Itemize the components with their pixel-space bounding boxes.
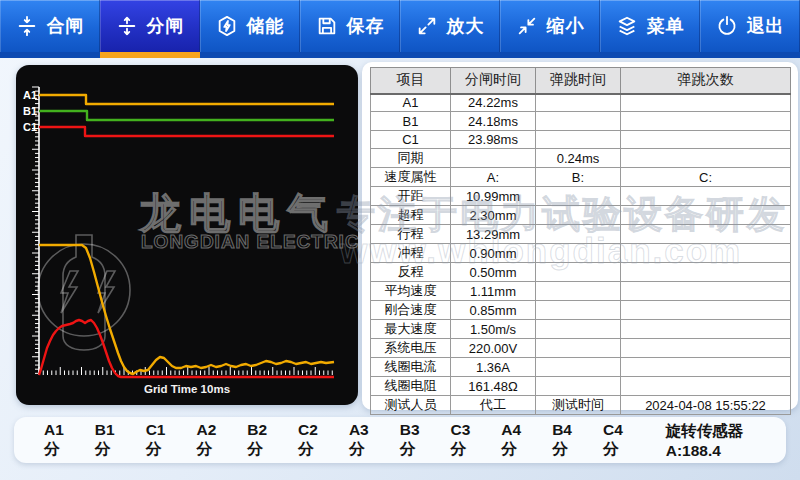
table-cell: 2.30mm	[451, 206, 536, 225]
phase-status-item: C2 分	[298, 421, 333, 460]
tab-energy-storage[interactable]: 储能	[200, 0, 300, 58]
table-body: A124.22msB124.18msC123.98ms同期0.24ms速度属性A…	[371, 94, 791, 415]
coil-current-curve	[39, 320, 334, 377]
table-cell: 行程	[371, 225, 451, 244]
table-cell	[536, 94, 621, 112]
table-cell	[621, 206, 791, 225]
table-cell	[621, 149, 791, 168]
table-cell: 线圈电流	[371, 358, 451, 377]
table-cell	[621, 94, 791, 112]
C1-contact	[39, 127, 334, 136]
table-row: 速度属性A:B:C:	[371, 168, 791, 187]
open-switch-icon	[116, 15, 138, 37]
tab-save[interactable]: 保存	[300, 0, 400, 58]
table-cell: 同期	[371, 149, 451, 168]
zoom-out-icon	[516, 15, 538, 37]
rotation-sensor-reading: 旋转传感器 A:188.4	[666, 421, 786, 460]
table-cell	[621, 263, 791, 282]
table-row: 测试人员代工测试时间2024-04-08 15:55:22	[371, 396, 791, 415]
A1-contact	[39, 95, 334, 104]
waveform-panel: 龙电电气 LONGDIAN ELECTRIC A1 B1 C1 Grid Tim…	[16, 65, 358, 405]
table-cell: 23.98ms	[451, 130, 536, 148]
table-cell	[536, 187, 621, 206]
table-cell: 24.22ms	[451, 94, 536, 112]
table-header-cell: 分闸时间	[451, 68, 536, 94]
table-cell	[621, 282, 791, 301]
table-cell: 0.24ms	[536, 149, 621, 168]
axes-and-series	[32, 87, 334, 377]
tab-exit[interactable]: 退出	[700, 0, 800, 58]
table-cell	[536, 130, 621, 148]
phase-status-item: C3 分	[451, 421, 486, 460]
table-cell: 161.48Ω	[451, 377, 536, 396]
table-cell	[621, 358, 791, 377]
tab-label: 退出	[747, 14, 785, 38]
table-cell: B1	[371, 112, 451, 130]
table-cell	[536, 244, 621, 263]
tab-label: 保存	[347, 14, 385, 38]
phase-status-item: B1 分	[95, 421, 130, 460]
table-cell	[536, 301, 621, 320]
phase-status-item: C1 分	[146, 421, 181, 460]
table-cell: B:	[536, 168, 621, 187]
table-cell: 10.99mm	[451, 187, 536, 206]
table-cell: 线圈电阻	[371, 377, 451, 396]
phase-status-item: C4 分	[603, 421, 638, 460]
tab-label: 放大	[447, 14, 485, 38]
table-cell: C:	[621, 168, 791, 187]
table-cell: 代工	[451, 396, 536, 415]
table-cell	[621, 301, 791, 320]
grid-time-caption: Grid Time 10ms	[16, 383, 358, 395]
trace-label-b1: B1	[23, 105, 47, 117]
table-cell: 0.85mm	[451, 301, 536, 320]
table-cell: 0.50mm	[451, 263, 536, 282]
table-cell: 1.36A	[451, 358, 536, 377]
table-cell: 1.50m/s	[451, 320, 536, 339]
table-row: 超程2.30mm	[371, 206, 791, 225]
table-cell: 刚合速度	[371, 301, 451, 320]
exit-icon	[716, 15, 738, 37]
tab-label: 合闸	[47, 14, 85, 38]
results-card: 项目分闸时间弹跳时间弹跳次数 A124.22msB124.18msC123.98…	[362, 62, 798, 410]
toolbar: 合闸 分闸 储能 保存 放大 缩小 菜单	[0, 0, 800, 58]
travel-curve	[39, 245, 334, 374]
table-cell	[536, 358, 621, 377]
B1-contact	[39, 111, 334, 120]
table-cell: 测试时间	[536, 396, 621, 415]
tab-zoom-out[interactable]: 缩小	[500, 0, 600, 58]
menu-icon	[616, 15, 638, 37]
energy-icon	[216, 15, 238, 37]
table-row: 同期0.24ms	[371, 149, 791, 168]
table-row: 线圈电流1.36A	[371, 358, 791, 377]
tab-zoom-in[interactable]: 放大	[400, 0, 500, 58]
table-cell	[621, 339, 791, 358]
table-row: 最大速度1.50m/s	[371, 320, 791, 339]
table-cell	[536, 282, 621, 301]
phase-status-item: A1 分	[44, 421, 79, 460]
table-cell: 24.18ms	[451, 112, 536, 130]
phase-status-item: B2 分	[247, 421, 282, 460]
table-cell: C1	[371, 130, 451, 148]
table-cell	[621, 225, 791, 244]
tab-label: 分闸	[147, 14, 185, 38]
tab-close-switch[interactable]: 合闸	[0, 0, 100, 58]
tab-open-switch[interactable]: 分闸	[100, 0, 200, 58]
table-cell: 平均速度	[371, 282, 451, 301]
table-row: 线圈电阻161.48Ω	[371, 377, 791, 396]
table-cell	[536, 339, 621, 358]
table-cell: 系统电压	[371, 339, 451, 358]
table-cell: A1	[371, 94, 451, 112]
table-row: 行程13.29mm	[371, 225, 791, 244]
table-row: C123.98ms	[371, 130, 791, 148]
results-table: 项目分闸时间弹跳时间弹跳次数 A124.22msB124.18msC123.98…	[370, 67, 791, 415]
tab-menu[interactable]: 菜单	[600, 0, 700, 58]
trace-label-a1: A1	[23, 89, 47, 101]
tab-label: 缩小	[547, 14, 585, 38]
table-cell: 13.29mm	[451, 225, 536, 244]
table-row: 冲程0.90mm	[371, 244, 791, 263]
table-row: 开距10.99mm	[371, 187, 791, 206]
save-icon	[316, 15, 338, 37]
table-row: 系统电压220.00V	[371, 339, 791, 358]
table-header-cell: 弹跳时间	[536, 68, 621, 94]
table-cell: 2024-04-08 15:55:22	[621, 396, 791, 415]
